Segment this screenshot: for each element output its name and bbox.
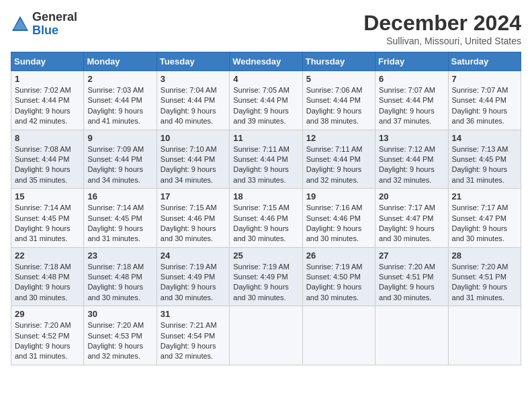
day-number: 14	[452, 133, 517, 143]
calendar-cell: 9Sunrise: 7:09 AMSunset: 4:44 PMDaylight…	[84, 130, 157, 189]
cell-info: Sunrise: 7:02 AMSunset: 4:44 PMDaylight:…	[15, 86, 71, 125]
cell-info: Sunrise: 7:18 AMSunset: 4:48 PMDaylight:…	[15, 263, 71, 302]
cell-info: Sunrise: 7:20 AMSunset: 4:53 PMDaylight:…	[87, 321, 144, 360]
day-number: 21	[452, 191, 517, 201]
calendar-cell: 25Sunrise: 7:19 AMSunset: 4:49 PMDayligh…	[230, 247, 302, 306]
day-number: 26	[306, 250, 371, 261]
day-number: 5	[306, 74, 371, 84]
cell-info: Sunrise: 7:15 AMSunset: 4:46 PMDaylight:…	[233, 203, 290, 242]
calendar-cell: 17Sunrise: 7:15 AMSunset: 4:46 PMDayligh…	[157, 189, 229, 248]
cell-info: Sunrise: 7:10 AMSunset: 4:44 PMDaylight:…	[161, 145, 217, 184]
cell-info: Sunrise: 7:07 AMSunset: 4:44 PMDaylight:…	[452, 86, 508, 125]
logo-general-text: General	[32, 11, 77, 24]
day-number: 1	[15, 74, 80, 84]
cell-info: Sunrise: 7:09 AMSunset: 4:44 PMDaylight:…	[87, 145, 144, 184]
header-monday: Monday	[84, 52, 157, 71]
calendar-cell: 16Sunrise: 7:14 AMSunset: 4:45 PMDayligh…	[84, 189, 157, 248]
header-thursday: Thursday	[302, 52, 375, 71]
calendar-cell	[448, 306, 521, 365]
day-number: 11	[233, 133, 298, 143]
day-number: 24	[161, 250, 226, 261]
calendar-cell: 20Sunrise: 7:17 AMSunset: 4:47 PMDayligh…	[375, 189, 448, 248]
cell-info: Sunrise: 7:14 AMSunset: 4:45 PMDaylight:…	[87, 203, 144, 242]
calendar-cell: 19Sunrise: 7:16 AMSunset: 4:46 PMDayligh…	[302, 189, 375, 248]
cell-info: Sunrise: 7:13 AMSunset: 4:45 PMDaylight:…	[452, 145, 508, 184]
day-number: 16	[87, 191, 152, 201]
cell-info: Sunrise: 7:14 AMSunset: 4:45 PMDaylight:…	[15, 203, 71, 242]
calendar-cell: 6Sunrise: 7:07 AMSunset: 4:44 PMDaylight…	[375, 71, 448, 130]
day-number: 31	[161, 309, 226, 319]
calendar-cell: 21Sunrise: 7:17 AMSunset: 4:47 PMDayligh…	[448, 189, 521, 248]
calendar-cell: 31Sunrise: 7:21 AMSunset: 4:54 PMDayligh…	[157, 306, 229, 365]
calendar-cell: 23Sunrise: 7:18 AMSunset: 4:48 PMDayligh…	[84, 247, 157, 306]
cell-info: Sunrise: 7:17 AMSunset: 4:47 PMDaylight:…	[379, 203, 435, 242]
cell-info: Sunrise: 7:12 AMSunset: 4:44 PMDaylight:…	[379, 145, 435, 184]
calendar-cell: 3Sunrise: 7:04 AMSunset: 4:44 PMDaylight…	[157, 71, 229, 130]
calendar-cell: 5Sunrise: 7:06 AMSunset: 4:44 PMDaylight…	[302, 71, 375, 130]
day-number: 9	[87, 133, 152, 143]
day-number: 18	[233, 191, 298, 201]
day-number: 10	[161, 133, 226, 143]
day-number: 25	[233, 250, 298, 261]
calendar-cell: 1Sunrise: 7:02 AMSunset: 4:44 PMDaylight…	[11, 71, 84, 130]
calendar-cell: 13Sunrise: 7:12 AMSunset: 4:44 PMDayligh…	[375, 130, 448, 189]
calendar-cell	[230, 306, 302, 365]
day-number: 7	[452, 74, 517, 84]
calendar-body: 1Sunrise: 7:02 AMSunset: 4:44 PMDaylight…	[11, 71, 521, 365]
calendar-cell: 15Sunrise: 7:14 AMSunset: 4:45 PMDayligh…	[11, 189, 84, 248]
calendar-cell: 12Sunrise: 7:11 AMSunset: 4:44 PMDayligh…	[302, 130, 375, 189]
day-number: 2	[87, 74, 152, 84]
cell-info: Sunrise: 7:08 AMSunset: 4:44 PMDaylight:…	[15, 145, 71, 184]
week-row-2: 8Sunrise: 7:08 AMSunset: 4:44 PMDaylight…	[11, 130, 521, 189]
calendar-cell	[375, 306, 448, 365]
day-number: 3	[161, 74, 226, 84]
calendar-cell: 28Sunrise: 7:20 AMSunset: 4:51 PMDayligh…	[448, 247, 521, 306]
calendar-table: SundayMondayTuesdayWednesdayThursdayFrid…	[11, 52, 521, 365]
svg-marker-1	[13, 19, 27, 30]
cell-info: Sunrise: 7:19 AMSunset: 4:49 PMDaylight:…	[161, 263, 217, 302]
cell-info: Sunrise: 7:19 AMSunset: 4:49 PMDaylight:…	[233, 263, 290, 302]
cell-info: Sunrise: 7:17 AMSunset: 4:47 PMDaylight:…	[452, 203, 508, 242]
logo-blue-text: Blue	[32, 24, 77, 38]
day-number: 20	[379, 191, 444, 201]
calendar-cell: 7Sunrise: 7:07 AMSunset: 4:44 PMDaylight…	[448, 71, 521, 130]
week-row-3: 15Sunrise: 7:14 AMSunset: 4:45 PMDayligh…	[11, 189, 521, 248]
header: General Blue December 2024 Sullivan, Mis…	[11, 11, 521, 46]
cell-info: Sunrise: 7:20 AMSunset: 4:51 PMDaylight:…	[379, 263, 435, 302]
cell-info: Sunrise: 7:19 AMSunset: 4:50 PMDaylight:…	[306, 263, 363, 302]
day-number: 6	[379, 74, 444, 84]
calendar-title: December 2024	[363, 11, 521, 36]
cell-info: Sunrise: 7:06 AMSunset: 4:44 PMDaylight:…	[306, 86, 363, 125]
week-row-1: 1Sunrise: 7:02 AMSunset: 4:44 PMDaylight…	[11, 71, 521, 130]
cell-info: Sunrise: 7:11 AMSunset: 4:44 PMDaylight:…	[306, 145, 363, 184]
day-number: 22	[15, 250, 80, 261]
day-number: 8	[15, 133, 80, 143]
day-number: 17	[161, 191, 226, 201]
header-sunday: Sunday	[11, 52, 84, 71]
header-friday: Friday	[375, 52, 448, 71]
calendar-cell: 27Sunrise: 7:20 AMSunset: 4:51 PMDayligh…	[375, 247, 448, 306]
cell-info: Sunrise: 7:15 AMSunset: 4:46 PMDaylight:…	[161, 203, 217, 242]
day-number: 15	[15, 191, 80, 201]
calendar-cell: 29Sunrise: 7:20 AMSunset: 4:52 PMDayligh…	[11, 306, 84, 365]
calendar-cell: 4Sunrise: 7:05 AMSunset: 4:44 PMDaylight…	[230, 71, 302, 130]
day-number: 19	[306, 191, 371, 201]
day-number: 30	[87, 309, 152, 319]
calendar-cell: 14Sunrise: 7:13 AMSunset: 4:45 PMDayligh…	[448, 130, 521, 189]
cell-info: Sunrise: 7:11 AMSunset: 4:44 PMDaylight:…	[233, 145, 290, 184]
header-saturday: Saturday	[448, 52, 521, 71]
day-number: 28	[452, 250, 517, 261]
logo-icon	[11, 15, 30, 34]
day-number: 13	[379, 133, 444, 143]
calendar-cell: 26Sunrise: 7:19 AMSunset: 4:50 PMDayligh…	[302, 247, 375, 306]
calendar-header-row: SundayMondayTuesdayWednesdayThursdayFrid…	[11, 52, 521, 71]
cell-info: Sunrise: 7:04 AMSunset: 4:44 PMDaylight:…	[161, 86, 217, 125]
calendar-cell: 8Sunrise: 7:08 AMSunset: 4:44 PMDaylight…	[11, 130, 84, 189]
cell-info: Sunrise: 7:18 AMSunset: 4:48 PMDaylight:…	[87, 263, 144, 302]
calendar-cell: 22Sunrise: 7:18 AMSunset: 4:48 PMDayligh…	[11, 247, 84, 306]
day-number: 4	[233, 74, 298, 84]
cell-info: Sunrise: 7:07 AMSunset: 4:44 PMDaylight:…	[379, 86, 435, 125]
calendar-cell	[302, 306, 375, 365]
week-row-4: 22Sunrise: 7:18 AMSunset: 4:48 PMDayligh…	[11, 247, 521, 306]
calendar-cell: 24Sunrise: 7:19 AMSunset: 4:49 PMDayligh…	[157, 247, 229, 306]
